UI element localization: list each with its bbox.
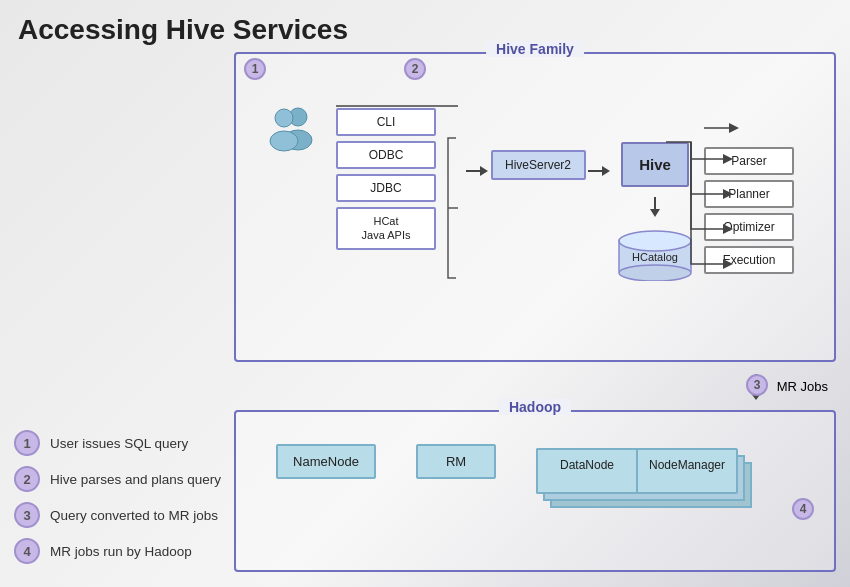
hadoop-label: Hadoop bbox=[499, 399, 571, 415]
legend-item-1: 1 User issues SQL query bbox=[14, 430, 224, 456]
execution-box: Execution bbox=[704, 246, 794, 274]
parser-box: Parser bbox=[704, 147, 794, 175]
legend-item-3: 3 Query converted to MR jobs bbox=[14, 502, 224, 528]
hcat-box: HCatJava APIs bbox=[336, 207, 436, 250]
planner-box: Planner bbox=[704, 180, 794, 208]
legend-text-3: Query converted to MR jobs bbox=[50, 508, 218, 523]
hiveserver2-box: HiveServer2 bbox=[491, 150, 586, 180]
rm-col: RM bbox=[416, 444, 496, 479]
top-connector-svg bbox=[704, 116, 814, 140]
top-connector bbox=[704, 116, 814, 140]
arrow-col-1 bbox=[436, 88, 466, 288]
arrow-to-hive bbox=[588, 88, 610, 179]
page-title: Accessing Hive Services bbox=[0, 0, 850, 52]
legend-text-1: User issues SQL query bbox=[50, 436, 188, 451]
legend-text-2: Hive parses and plans query bbox=[50, 472, 221, 487]
svg-marker-8 bbox=[602, 166, 610, 176]
svg-point-3 bbox=[270, 131, 298, 151]
client-boxes-col: CLI ODBC JDBC HCatJava APIs bbox=[336, 88, 436, 250]
legend-badge-1: 1 bbox=[14, 430, 40, 456]
hive-family-label: Hive Family bbox=[486, 41, 584, 57]
svg-marker-16 bbox=[729, 123, 739, 133]
svg-marker-10 bbox=[650, 209, 660, 217]
bracket-svg bbox=[442, 128, 460, 288]
user-clients-col bbox=[246, 88, 336, 156]
arrow-hive-svg bbox=[588, 163, 610, 179]
legend-items: 1 User issues SQL query 2 Hive parses an… bbox=[14, 430, 224, 564]
users-icon bbox=[262, 104, 320, 156]
badge-row-1: 1 bbox=[244, 58, 266, 80]
hive-family-box: Hive Family 1 2 bbox=[234, 52, 836, 362]
hive-box: Hive bbox=[621, 142, 689, 187]
legend-text-4: MR jobs run by Hadoop bbox=[50, 544, 192, 559]
svg-text:HCatalog: HCatalog bbox=[632, 251, 678, 263]
hive-hcatalog-col: Hive bbox=[610, 88, 700, 285]
legend-badge-4: 4 bbox=[14, 538, 40, 564]
hadoop-box: Hadoop NameNode RM DataNode bbox=[234, 410, 836, 572]
rm-box: RM bbox=[416, 444, 496, 479]
svg-marker-6 bbox=[480, 166, 488, 176]
svg-point-13 bbox=[619, 265, 691, 281]
hiveserver2-col: HiveServer2 bbox=[488, 88, 588, 180]
datanode-box: DataNode bbox=[536, 448, 636, 494]
odbc-box: ODBC bbox=[336, 141, 436, 169]
hcatalog-svg: HCatalog bbox=[617, 227, 693, 281]
diagram-left-area bbox=[14, 162, 224, 422]
optimizer-box: Optimizer bbox=[704, 213, 794, 241]
legend-badge-3: 3 bbox=[14, 502, 40, 528]
svg-point-2 bbox=[275, 109, 293, 127]
hcatalog-group: HCatalog bbox=[617, 227, 693, 285]
badge-row-2: 2 bbox=[404, 58, 426, 80]
left-panel: 1 User issues SQL query 2 Hive parses an… bbox=[14, 52, 224, 572]
process-boxes-col: Parser Planner Optimizer Execution bbox=[704, 88, 814, 274]
step-badge-4: 4 bbox=[792, 498, 814, 520]
namenode-col: NameNode bbox=[276, 444, 376, 479]
arrow-hs2-svg bbox=[466, 163, 488, 179]
legend-badge-2: 2 bbox=[14, 466, 40, 492]
nodemanager-box: NodeManager bbox=[636, 448, 738, 494]
stack-front: DataNode NodeManager bbox=[536, 448, 738, 494]
step-badge-1: 1 bbox=[244, 58, 266, 80]
jdbc-box: JDBC bbox=[336, 174, 436, 202]
datanode-group: DataNode NodeManager bbox=[536, 448, 756, 520]
step-badge-3: 3 bbox=[746, 374, 768, 396]
mr-jobs-label: MR Jobs bbox=[777, 379, 828, 394]
legend-item-2: 2 Hive parses and plans query bbox=[14, 466, 224, 492]
legend-item-4: 4 MR jobs run by Hadoop bbox=[14, 538, 224, 564]
namenode-box: NameNode bbox=[276, 444, 376, 479]
hadoop-content: NameNode RM DataNode NodeManager 4 bbox=[246, 434, 824, 530]
right-panel: Hive Family 1 2 bbox=[234, 52, 836, 572]
mr-jobs-row: 3 MR Jobs bbox=[234, 370, 836, 402]
svg-point-12 bbox=[619, 231, 691, 251]
cli-box: CLI bbox=[336, 108, 436, 136]
arrow-to-hs2 bbox=[466, 88, 488, 179]
step-badge-2: 2 bbox=[404, 58, 426, 80]
arrow-down-hcatalog bbox=[647, 197, 663, 217]
